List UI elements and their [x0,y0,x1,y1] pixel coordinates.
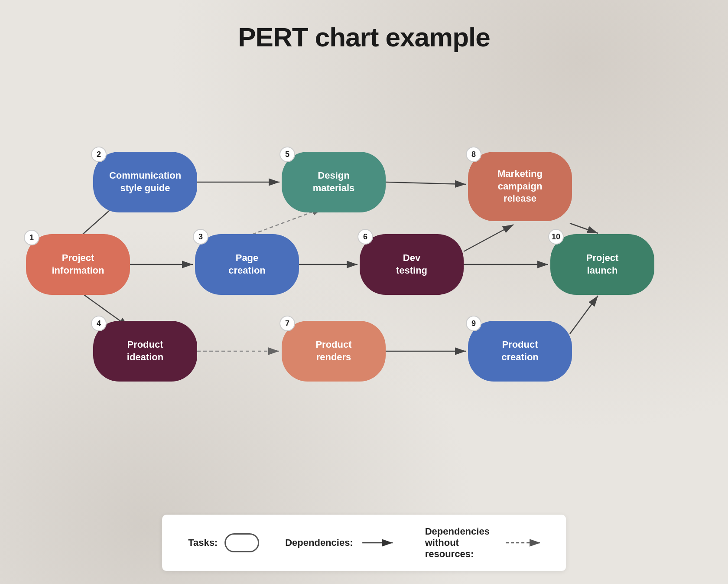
node-6-label: Devtesting [396,252,427,277]
page-container: PERT chart example [0,0,728,584]
node-3-label: Pagecreation [228,252,266,277]
node-4-label: Productideation [127,339,163,363]
node-10: Projectlaunch [550,234,654,295]
node-10-label: Projectlaunch [586,252,619,277]
badge-5: 5 [280,147,295,162]
node-9-label: Productcreation [501,339,539,363]
node-5: Designmaterials [282,152,386,212]
legend-tasks-label: Tasks: [188,537,218,548]
legend-solid-arrow [360,536,399,549]
badge-9: 9 [466,316,481,331]
svg-line-14 [570,296,598,334]
legend-no-resources-label: Dependencies without resources: [425,526,497,560]
legend-dependencies-label: Dependencies: [285,537,353,548]
node-1-label: Projectinformation [52,252,104,277]
badge-10: 10 [548,229,564,245]
node-2: Communicationstyle guide [93,152,197,212]
node-3: Pagecreation [195,234,299,295]
node-8: Marketingcampaignrelease [468,152,572,221]
legend-pill [224,533,259,552]
node-6: Devtesting [360,234,464,295]
badge-6: 6 [358,229,373,245]
legend-dashed-arrow [504,536,540,549]
node-7-label: Productrenders [315,339,351,363]
node-7: Productrenders [282,321,386,382]
legend-tasks: Tasks: [188,533,259,552]
badge-8: 8 [466,147,481,162]
badge-2: 2 [91,147,107,162]
node-2-label: Communicationstyle guide [109,170,181,194]
badge-7: 7 [280,316,295,331]
node-8-label: Marketingcampaignrelease [497,168,543,205]
svg-line-10 [464,225,514,251]
badge-4: 4 [91,316,107,331]
svg-line-13 [570,223,598,233]
chart-area: Projectinformation 1 Communicationstyle … [0,69,728,497]
node-9: Productcreation [468,321,572,382]
legend: Tasks: Dependencies: Dependencies withou… [162,515,566,571]
node-1: Projectinformation [26,234,130,295]
badge-3: 3 [193,229,208,245]
node-5-label: Designmaterials [313,170,355,194]
node-4: Productideation [93,321,197,382]
legend-dependencies: Dependencies: [285,536,399,549]
svg-line-9 [386,182,466,184]
legend-dependencies-no-resources: Dependencies without resources: [425,526,540,560]
badge-1: 1 [24,230,39,245]
page-title: PERT chart example [0,0,728,52]
